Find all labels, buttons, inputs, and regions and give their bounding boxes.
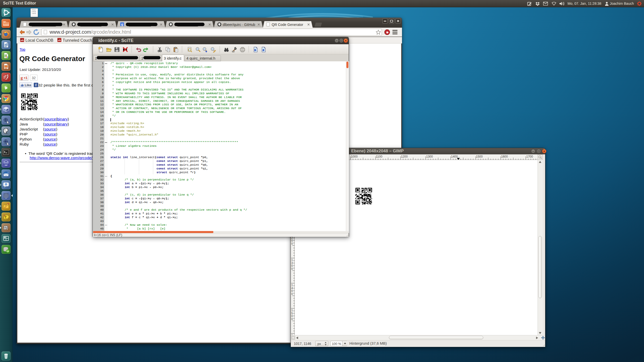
svg-text:STOP: STOP [240,49,245,51]
svg-text:LV: LV [7,250,9,252]
